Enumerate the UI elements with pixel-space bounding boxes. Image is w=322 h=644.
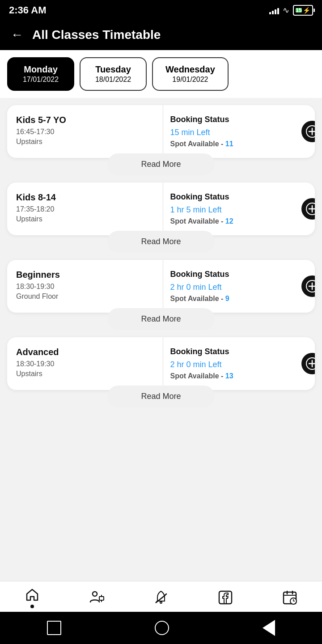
class-time-2: 17:35-18:20	[16, 205, 154, 213]
nav-notifications[interactable]	[144, 589, 178, 606]
add-button-4[interactable]	[301, 353, 315, 374]
facebook-icon	[217, 589, 233, 606]
nav-home[interactable]	[15, 587, 49, 608]
header: ← All Classes Timetable	[0, 20, 322, 50]
classes-list: Kids 5-7 YO 16:45-17:30 Upstairs Booking…	[0, 98, 322, 581]
read-more-button-4[interactable]: Read More	[107, 386, 215, 407]
booking-spots-1: Spot Available - 11	[170, 140, 233, 148]
booking-time-left-1: 15 min Left	[170, 128, 210, 137]
booking-spots-3: Spot Available - 9	[170, 295, 229, 303]
nav-active-dot	[30, 605, 34, 608]
class-card-4: Advanced 18:30-19:30 Upstairs Booking St…	[7, 337, 315, 390]
list-item: Kids 5-7 YO 16:45-17:30 Upstairs Booking…	[7, 105, 315, 175]
class-card-2: Kids 8-14 17:35-18:20 Upstairs Booking S…	[7, 182, 315, 235]
class-name-3: Beginners	[16, 270, 154, 280]
booking-label-1: Booking Status	[170, 115, 229, 124]
page-title: All Classes Timetable	[32, 28, 161, 42]
read-more-button-1[interactable]: Read More	[107, 153, 215, 175]
class-info-4: Advanced 18:30-19:30 Upstairs	[7, 337, 163, 390]
svg-point-12	[93, 592, 97, 596]
booking-info-2: Booking Status 1 hr 5 min Left Spot Avai…	[163, 182, 315, 235]
class-card-1: Kids 5-7 YO 16:45-17:30 Upstairs Booking…	[7, 105, 315, 158]
back-button[interactable]: ←	[11, 28, 23, 42]
svg-point-16	[160, 602, 162, 603]
class-name-2: Kids 8-14	[16, 192, 154, 203]
tab-tuesday-name: Tuesday	[93, 64, 133, 75]
class-info-3: Beginners 18:30-19:30 Ground Floor	[7, 260, 163, 313]
tab-wednesday-name: Wednesday	[165, 64, 215, 75]
list-item: Advanced 18:30-19:30 Upstairs Booking St…	[7, 337, 315, 407]
list-item: Beginners 18:30-19:30 Ground Floor Booki…	[7, 260, 315, 330]
read-more-button-2[interactable]: Read More	[107, 231, 215, 253]
nav-classes[interactable]	[80, 589, 114, 606]
bottom-nav	[0, 581, 322, 612]
booking-spots-2: Spot Available - 12	[170, 217, 233, 225]
booking-info-4: Booking Status 2 hr 0 min Left Spot Avai…	[163, 337, 315, 390]
booking-info-1: Booking Status 15 min Left Spot Availabl…	[163, 105, 315, 158]
add-button-1[interactable]	[301, 121, 315, 142]
tab-monday-name: Monday	[21, 64, 61, 75]
tab-monday[interactable]: Monday 17/01/2022	[7, 57, 74, 91]
class-time-1: 16:45-17:30	[16, 128, 154, 136]
status-icons: ∿ 15 ⚡	[269, 5, 313, 16]
class-time-4: 18:30-19:30	[16, 360, 154, 368]
add-button-2[interactable]	[301, 198, 315, 220]
nav-facebook[interactable]	[208, 589, 242, 606]
booking-time-left-3: 2 hr 0 min Left	[170, 283, 222, 292]
android-home-button[interactable]	[155, 621, 169, 635]
list-item: Kids 8-14 17:35-18:20 Upstairs Booking S…	[7, 182, 315, 253]
android-recent-button[interactable]	[47, 621, 61, 635]
tab-tuesday-date: 18/01/2022	[93, 76, 133, 84]
battery-fill: 15	[296, 8, 302, 13]
schedule-icon	[282, 589, 298, 606]
booking-label-3: Booking Status	[170, 270, 229, 279]
home-icon	[24, 587, 40, 603]
tab-monday-date: 17/01/2022	[21, 76, 61, 84]
tab-wednesday[interactable]: Wednesday 19/01/2022	[152, 57, 229, 91]
booking-info-3: Booking Status 2 hr 0 min Left Spot Avai…	[163, 260, 315, 313]
class-info-1: Kids 5-7 YO 16:45-17:30 Upstairs	[7, 105, 163, 158]
tab-wednesday-date: 19/01/2022	[165, 76, 215, 84]
class-name-1: Kids 5-7 YO	[16, 115, 154, 125]
signal-icon	[269, 6, 279, 14]
nav-schedule[interactable]	[273, 589, 307, 606]
android-back-button[interactable]	[263, 620, 275, 636]
status-bar: 2:36 AM ∿ 15 ⚡	[0, 0, 322, 20]
booking-time-left-2: 1 hr 5 min Left	[170, 205, 222, 215]
class-card-3: Beginners 18:30-19:30 Ground Floor Booki…	[7, 260, 315, 313]
class-location-1: Upstairs	[16, 138, 154, 146]
status-time: 2:36 AM	[9, 4, 47, 16]
battery-icon: 15 ⚡	[293, 5, 313, 16]
add-button-3[interactable]	[301, 275, 315, 297]
class-name-4: Advanced	[16, 347, 154, 357]
wifi-icon: ∿	[283, 5, 289, 15]
bell-icon	[153, 589, 169, 606]
class-time-3: 18:30-19:30	[16, 283, 154, 291]
charging-icon: ⚡	[303, 7, 310, 14]
read-more-button-3[interactable]: Read More	[107, 308, 215, 330]
svg-rect-13	[99, 597, 104, 600]
classes-icon	[89, 589, 105, 606]
class-info-2: Kids 8-14 17:35-18:20 Upstairs	[7, 182, 163, 235]
booking-spots-4: Spot Available - 13	[170, 372, 233, 380]
android-nav-bar	[0, 612, 322, 644]
tab-tuesday[interactable]: Tuesday 18/01/2022	[80, 57, 147, 91]
class-location-4: Upstairs	[16, 370, 154, 378]
class-location-2: Upstairs	[16, 215, 154, 223]
class-location-3: Ground Floor	[16, 292, 154, 301]
booking-label-2: Booking Status	[170, 192, 229, 202]
booking-time-left-4: 2 hr 0 min Left	[170, 360, 222, 369]
day-tabs-container: Monday 17/01/2022 Tuesday 18/01/2022 Wed…	[0, 50, 322, 98]
booking-label-4: Booking Status	[170, 347, 229, 356]
